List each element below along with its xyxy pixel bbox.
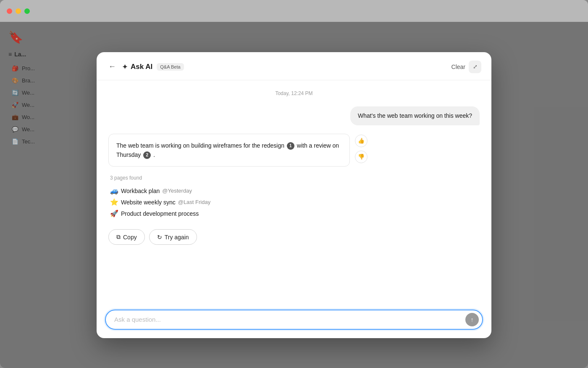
try-again-button[interactable]: ↻ Try again [149, 229, 197, 245]
page-emoji-website-sync: ⭐ [110, 198, 118, 206]
retry-icon: ↻ [157, 234, 162, 241]
chat-body: Today, 12:24 PM What's the web team work… [97, 80, 491, 304]
modal-overlay: ← ✦ Ask AI Q&A Beta Clear ⤢ Today, 12:24… [0, 22, 588, 368]
page-title-product-dev: Product development process [121, 210, 199, 217]
page-emoji-product-dev: 🚀 [110, 209, 118, 217]
page-link-product-dev[interactable]: 🚀 Product development process [110, 208, 478, 219]
feedback-buttons: 👍 👎 [355, 134, 368, 163]
user-message-container: What's the web team working on this week… [108, 106, 480, 125]
pages-section: 3 pages found 🚙 Workback plan @Yesterday… [108, 175, 480, 219]
thumbs-up-icon: 👍 [358, 138, 365, 144]
ai-sparkle-icon: ✦ [122, 62, 128, 71]
modal-title: Ask AI [131, 63, 152, 71]
action-buttons: ⧉ Copy ↻ Try again [108, 229, 480, 245]
page-emoji-workback: 🚙 [110, 187, 118, 195]
beta-badge: Q&A Beta [157, 63, 184, 71]
clear-button[interactable]: Clear [452, 64, 465, 70]
page-title-website-sync: Website weekly sync [121, 199, 176, 206]
ai-text-before: The web team is working on building wire… [116, 142, 284, 149]
page-link-workback[interactable]: 🚙 Workback plan @Yesterday [110, 185, 478, 196]
page-title-workback: Workback plan [121, 188, 160, 194]
thumbs-down-icon: 👎 [358, 154, 365, 160]
citation-2[interactable]: 2 [143, 151, 151, 159]
page-date-website-sync: @Last Friday [178, 199, 211, 205]
user-message-bubble: What's the web team working on this week… [350, 106, 480, 125]
thumbs-up-button[interactable]: 👍 [355, 135, 368, 147]
page-link-website-sync[interactable]: ⭐ Website weekly sync @Last Friday [110, 196, 478, 208]
modal-header: ← ✦ Ask AI Q&A Beta Clear ⤢ [97, 52, 491, 80]
collapse-button[interactable]: ⤢ [469, 61, 481, 73]
copy-icon: ⧉ [116, 233, 121, 241]
input-container: ↑ [105, 310, 483, 330]
collapse-icon: ⤢ [473, 64, 478, 70]
back-button[interactable]: ← [107, 61, 118, 73]
chat-timestamp: Today, 12:24 PM [108, 90, 480, 96]
app-window: 🔖 ≡ La... 🎒 Pro... 🎨 Bra... 🔄 We... 🚀 We… [0, 0, 588, 368]
pages-count: 3 pages found [110, 175, 478, 181]
ai-message-bubble: The web team is working on building wire… [108, 134, 350, 167]
try-again-label: Try again [165, 234, 189, 241]
chat-input[interactable] [114, 316, 465, 323]
copy-label: Copy [123, 234, 137, 241]
ask-ai-modal: ← ✦ Ask AI Q&A Beta Clear ⤢ Today, 12:24… [97, 52, 491, 338]
title-bar [0, 0, 588, 22]
page-date-workback: @Yesterday [162, 188, 192, 194]
minimize-button[interactable] [16, 8, 21, 14]
copy-button[interactable]: ⧉ Copy [108, 229, 145, 245]
close-button[interactable] [7, 8, 12, 14]
citation-1[interactable]: 1 [287, 142, 294, 150]
thumbs-down-button[interactable]: 👎 [355, 151, 368, 163]
send-icon: ↑ [471, 316, 474, 323]
modal-footer: ↑ [97, 304, 491, 338]
maximize-button[interactable] [24, 8, 30, 14]
ai-response-container: The web team is working on building wire… [108, 134, 480, 167]
ai-text-after: . [153, 151, 155, 158]
send-button[interactable]: ↑ [465, 313, 479, 326]
